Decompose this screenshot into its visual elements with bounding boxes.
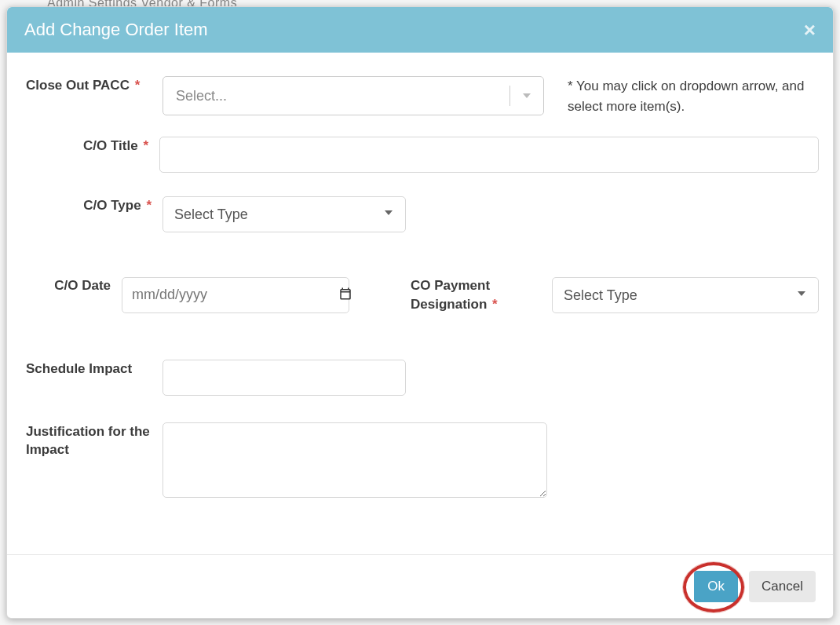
label-co-title-text: C/O Title: [83, 138, 138, 153]
co-type-select-wrap: Select Type: [163, 196, 406, 232]
modal-footer: Ok Cancel: [7, 554, 833, 618]
co-payment-designation-select[interactable]: Select Type: [552, 277, 819, 313]
modal-body: Close Out PACC * Select... * You may cli…: [7, 53, 833, 554]
close-out-pacc-help-text: * You may click on dropdown arrow, and s…: [568, 76, 819, 116]
field-schedule-impact: [163, 360, 819, 396]
field-co-type: Select Type: [163, 196, 819, 232]
close-icon[interactable]: ×: [804, 20, 816, 40]
label-co-type: C/O Type *: [21, 196, 163, 215]
label-co-payment-designation-text: CO Payment Designation: [411, 278, 490, 312]
label-co-date-text: C/O Date: [54, 278, 111, 293]
field-close-out-pacc: Select... * You may click on dropdown ar…: [163, 76, 819, 116]
chevron-down-icon: [510, 88, 543, 104]
label-justification: Justification for the Impact: [21, 422, 163, 460]
label-co-payment-designation: CO Payment Designation *: [411, 276, 528, 314]
label-justification-text: Justification for the Impact: [26, 424, 150, 458]
row-co-type: C/O Type * Select Type: [21, 196, 819, 232]
label-co-title: C/O Title *: [21, 137, 159, 155]
co-type-select[interactable]: Select Type: [163, 196, 406, 232]
required-asterisk: *: [488, 297, 497, 312]
required-asterisk: *: [143, 198, 152, 213]
label-co-type-text: C/O Type: [83, 198, 141, 213]
row-justification: Justification for the Impact: [21, 422, 819, 498]
label-co-date: C/O Date: [21, 276, 122, 295]
co-date-input[interactable]: [122, 277, 349, 313]
close-out-pacc-placeholder: Select...: [163, 88, 509, 104]
label-close-out-pacc: Close Out PACC *: [21, 76, 163, 95]
required-asterisk: *: [131, 78, 140, 93]
schedule-impact-input[interactable]: [163, 360, 406, 396]
row-close-out-pacc: Close Out PACC * Select... * You may cli…: [21, 76, 819, 116]
co-title-input[interactable]: [159, 137, 819, 173]
label-schedule-impact-text: Schedule Impact: [26, 361, 132, 376]
cancel-button[interactable]: Cancel: [749, 571, 816, 602]
label-schedule-impact: Schedule Impact: [21, 360, 163, 378]
ok-button[interactable]: Ok: [694, 571, 738, 602]
row-schedule-impact: Schedule Impact: [21, 360, 819, 396]
modal-header: Add Change Order Item ×: [7, 7, 833, 53]
label-close-out-pacc-text: Close Out PACC: [26, 78, 130, 93]
field-co-title: [159, 137, 819, 173]
modal-title: Add Change Order Item: [24, 20, 208, 40]
field-justification: [163, 422, 819, 498]
required-asterisk: *: [140, 138, 148, 153]
field-co-date-row: CO Payment Designation * Select Type: [122, 276, 819, 314]
row-co-title: C/O Title *: [21, 137, 819, 173]
modal-add-change-order-item: Add Change Order Item × Close Out PACC *…: [6, 6, 834, 619]
co-payment-select-wrap: Select Type: [552, 277, 819, 313]
justification-textarea[interactable]: [163, 422, 547, 498]
close-out-pacc-select[interactable]: Select...: [163, 76, 544, 115]
row-co-date: C/O Date CO Payment Designation * Select…: [21, 276, 819, 314]
